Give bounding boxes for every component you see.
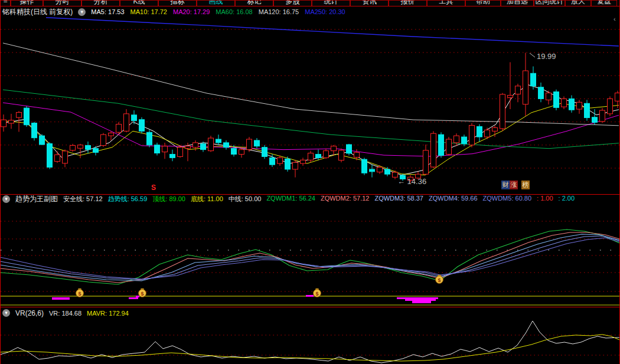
svg-text:$: $ bbox=[141, 291, 143, 297]
badge-0[interactable]: 财 bbox=[501, 181, 510, 189]
svg-text:$: $ bbox=[438, 277, 440, 283]
indicator-field-2: 顶线: 89.00 bbox=[152, 195, 185, 204]
indicator-field-10: : 1.00 bbox=[537, 195, 553, 204]
svg-text:$: $ bbox=[78, 291, 81, 297]
indicator-field-1: 趋势线: 56.59 bbox=[108, 195, 148, 204]
indicator-values: 安全线: 57.12趋势线: 56.59顶线: 89.00底线: 11.00中线… bbox=[63, 195, 575, 204]
indicator-field-6: ZQWDM2: 57.12 bbox=[321, 195, 370, 204]
indicator-field-0: 安全线: 57.12 bbox=[63, 195, 103, 204]
collapse-arrow-icon[interactable]: ‹ bbox=[614, 15, 616, 22]
indicator-field-7: ZQWDM3: 58.37 bbox=[374, 195, 423, 204]
svg-text:← 14.36: ← 14.36 bbox=[397, 177, 426, 186]
money-bag-icon: $ bbox=[76, 288, 84, 297]
money-bag-icon: $ bbox=[139, 288, 146, 297]
indicator-field-11: : 2.00 bbox=[559, 195, 575, 204]
vr-values: VR: 184.68MAVR: 172.94 bbox=[49, 310, 129, 317]
vr-title: VR(26,6) bbox=[15, 309, 44, 317]
indicator-field-5: ZQWDM1: 56.24 bbox=[266, 195, 315, 204]
vr-field-0: VR: 184.68 bbox=[49, 310, 81, 317]
vr-header: ▾ VR(26,6) VR: 184.68MAVR: 172.94 bbox=[0, 308, 620, 318]
svg-text:19.99: 19.99 bbox=[537, 52, 556, 61]
svg-text:$: $ bbox=[315, 291, 318, 297]
badge-2[interactable]: 榜 bbox=[521, 181, 530, 189]
chevron-down-icon[interactable]: ▾ bbox=[2, 195, 10, 203]
indicator-field-4: 中线: 50.00 bbox=[229, 195, 262, 204]
money-bag-icon: $ bbox=[436, 275, 443, 284]
chevron-down-icon[interactable]: ▾ bbox=[2, 309, 10, 317]
badge-1[interactable]: 涨 bbox=[510, 181, 518, 189]
indicator-title: 趋势为王副图 bbox=[15, 194, 58, 204]
indicator-header: ▾ 趋势为王副图 安全线: 57.12趋势线: 56.59顶线: 89.00底线… bbox=[0, 195, 620, 204]
indicator-field-3: 底线: 11.00 bbox=[191, 195, 223, 204]
money-bag-icon: $ bbox=[314, 288, 321, 297]
indicator-field-8: ZQWDM4: 59.66 bbox=[429, 195, 478, 204]
dividend-marker: S bbox=[151, 183, 156, 192]
indicator-field-9: ZQWDM5: 60.80 bbox=[483, 195, 532, 204]
trading-app-window: { "app": {"background": "#000000", "edge… bbox=[0, 0, 620, 364]
vr-field-1: MAVR: 172.94 bbox=[87, 310, 129, 317]
